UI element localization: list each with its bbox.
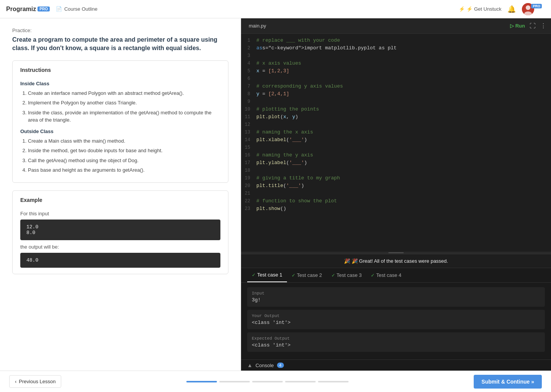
- line-code: y = [2,4,1]: [256, 90, 289, 98]
- list-item: Call the getArea() method using the obje…: [28, 157, 220, 164]
- test-tab-label: Test case 1: [257, 272, 282, 278]
- get-unstuck-button[interactable]: ⚡ ⚡ Get Unstuck: [459, 6, 501, 12]
- line-code: x = [1,2,3]: [256, 67, 289, 75]
- line-code: plt.title('___'): [256, 182, 304, 190]
- code-line: 17plt.ylabel('___'): [241, 159, 551, 167]
- code-line: 18: [241, 167, 551, 174]
- more-options-icon[interactable]: ⋮: [540, 22, 546, 29]
- code-line: 21: [241, 190, 551, 197]
- test-tab-label: Test case 2: [297, 272, 322, 278]
- example-input-line1: 12.0: [26, 224, 214, 230]
- file-tab[interactable]: main.py: [246, 23, 269, 29]
- list-item: Inside the method, get two double inputs…: [28, 147, 220, 155]
- prev-arrow-icon: ‹: [15, 379, 16, 384]
- code-line: 19# giving a title to my graph: [241, 174, 551, 182]
- test-success-message: 🎉 🎉 Great! All of the test cases were pa…: [241, 254, 551, 268]
- code-line: 1# replace ___ with your code: [241, 37, 551, 44]
- line-number: 5: [241, 67, 256, 75]
- test-tab-4[interactable]: ✓ Test case 4: [366, 268, 406, 282]
- line-number: 20: [241, 182, 256, 190]
- previous-lesson-button[interactable]: ‹ Previous Lesson: [9, 375, 61, 388]
- expected-output-value: <class 'int'>: [252, 342, 540, 348]
- progress-segment-5: [318, 381, 349, 382]
- check-icon: ✓: [371, 273, 375, 278]
- course-outline-nav[interactable]: 📄 Course Outline: [56, 6, 98, 12]
- example-output-block: 48.0: [20, 253, 220, 268]
- code-line: 11plt.plot(x, y): [241, 113, 551, 121]
- line-number: 1: [241, 37, 256, 44]
- code-line: 10# plotting the points: [241, 106, 551, 113]
- progress-segment-3: [252, 381, 283, 382]
- outside-class-title: Outside Class: [20, 128, 220, 134]
- list-item: Create an interface named Polygon with a…: [28, 89, 220, 97]
- line-number: 6: [241, 75, 256, 83]
- left-panel: Practice: Create a program to compute th…: [0, 18, 241, 371]
- code-line: 5x = [1,2,3]: [241, 67, 551, 75]
- line-number: 14: [241, 136, 256, 144]
- line-number: 3: [241, 52, 256, 60]
- line-code: plt.show(): [256, 205, 286, 213]
- line-number: 9: [241, 98, 256, 106]
- line-number: 13: [241, 128, 256, 136]
- line-number: 4: [241, 60, 256, 67]
- expand-icon[interactable]: ⛶: [530, 23, 536, 29]
- example-input-line2: 8.0: [26, 230, 214, 236]
- line-code: # corresponding y axis values: [256, 83, 343, 90]
- practice-label: Practice:: [12, 28, 228, 33]
- progress-segment-2: [219, 381, 250, 382]
- code-editor[interactable]: 1# replace ___ with your code2ass="c-key…: [241, 34, 551, 252]
- input-box: Input 3g!: [247, 287, 545, 307]
- your-output-label: Your Output: [252, 314, 540, 318]
- success-text: 🎉 Great! All of the test cases were pass…: [352, 258, 448, 264]
- party-icon: 🎉: [344, 258, 352, 264]
- inside-class-list: Create an interface named Polygon with a…: [20, 89, 220, 124]
- code-line: 14plt.xlabel('___'): [241, 136, 551, 144]
- input-label: Input: [252, 291, 540, 296]
- line-code: # x axis values: [256, 60, 301, 67]
- run-button[interactable]: ▷ Run: [510, 23, 525, 29]
- list-item: Pass base and height as the arguments to…: [28, 166, 220, 174]
- main-content: Practice: Create a program to compute th…: [0, 18, 551, 371]
- line-number: 7: [241, 83, 256, 90]
- line-code: ass="c-keyword">import matplotlib.pyplot…: [256, 44, 397, 52]
- code-line: 6: [241, 75, 551, 83]
- course-outline-label: Course Outline: [64, 6, 98, 12]
- line-code: # function to show the plot: [256, 197, 337, 205]
- notification-bell-icon[interactable]: 🔔: [507, 5, 516, 13]
- list-item: Implement the Polygon by another class T…: [28, 99, 220, 107]
- progress-segment-1: [186, 381, 217, 382]
- line-number: 23: [241, 205, 256, 213]
- line-code: # replace ___ with your code: [256, 37, 340, 44]
- example-for-label: For this input: [20, 211, 220, 216]
- submit-continue-button[interactable]: Submit & Continue »: [474, 375, 542, 389]
- code-line: 22# function to show the plot: [241, 197, 551, 205]
- line-number: 15: [241, 144, 256, 151]
- code-line: 12: [241, 121, 551, 128]
- test-tab-3[interactable]: ✓ Test case 3: [327, 268, 367, 282]
- line-number: 19: [241, 174, 256, 182]
- code-line: 16# naming the y axis: [241, 151, 551, 159]
- line-number: 11: [241, 113, 256, 121]
- logo[interactable]: Programiz PRO: [6, 6, 50, 13]
- test-tab-1[interactable]: ✓ Test case 1: [247, 268, 287, 282]
- progress-bar: [186, 381, 349, 382]
- run-label: Run: [515, 23, 525, 29]
- test-panel: 🎉 🎉 Great! All of the test cases were pa…: [241, 254, 551, 359]
- logo-text: Programiz: [6, 6, 36, 13]
- test-tab-label: Test case 3: [337, 272, 362, 278]
- progress-segment-4: [285, 381, 316, 382]
- console-bar[interactable]: ▲ Console 4: [241, 359, 551, 371]
- test-tab-2[interactable]: ✓ Test case 2: [287, 268, 327, 282]
- example-input-block: 12.0 8.0: [20, 220, 220, 240]
- header-left: Programiz PRO 📄 Course Outline: [6, 6, 98, 13]
- example-output-value: 48.0: [26, 257, 214, 263]
- code-line: 2ass="c-keyword">import matplotlib.pyplo…: [241, 44, 551, 52]
- get-unstuck-label: ⚡ Get Unstuck: [466, 6, 501, 12]
- test-tab-label: Test case 4: [376, 272, 401, 278]
- code-line: 4# x axis values: [241, 60, 551, 67]
- code-line: 8y = [2,4,1]: [241, 90, 551, 98]
- editor-header: main.py ▷ Run ⛶ ⋮: [241, 18, 551, 34]
- test-tabs: ✓ Test case 1✓ Test case 2✓ Test case 3✓…: [241, 268, 551, 283]
- line-code: # giving a title to my graph: [256, 174, 340, 182]
- code-line: 20plt.title('___'): [241, 182, 551, 190]
